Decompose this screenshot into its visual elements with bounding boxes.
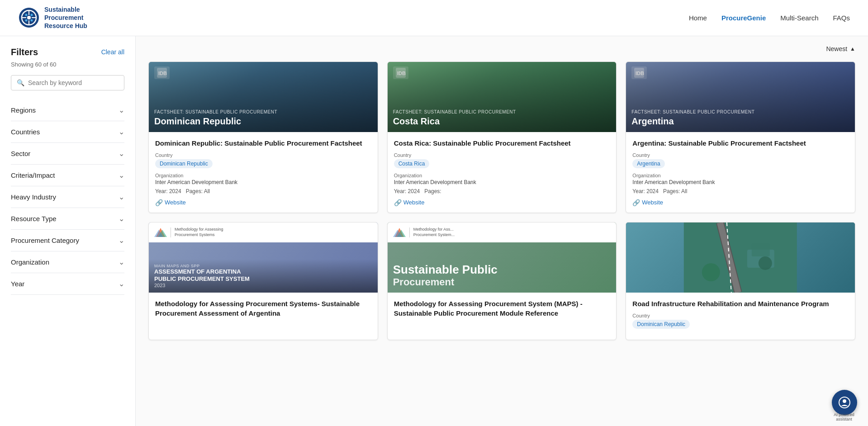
showing-count: Showing 60 of 60 [11, 61, 124, 68]
external-link-icon: 🔗 [155, 199, 163, 206]
card-title: Dominican Republic: Sustainable Public P… [155, 138, 371, 148]
chevron-down-icon: ⌄ [119, 106, 124, 114]
filter-organization[interactable]: Organization ⌄ [11, 251, 124, 273]
chevron-down-icon: ⌄ [119, 149, 124, 158]
sidebar-header: Filters Clear all [11, 47, 124, 57]
card-details: Year: 2024 Pages: All [632, 188, 849, 194]
sidebar: Filters Clear all Showing 60 of 60 🔍 Reg… [0, 36, 136, 426]
card-body: Methodology for Assessing Procurement Sy… [388, 293, 617, 329]
card-image: Methodology for AssessingProcurement Sys… [149, 222, 378, 293]
website-link[interactable]: 🔗 Website [394, 199, 610, 206]
filter-list: Regions ⌄ Countries ⌄ Sector ⌄ Criteria/… [11, 99, 124, 295]
search-input[interactable] [28, 79, 119, 86]
card-maps-module: Methodology for Ass...Procurement System… [387, 222, 617, 340]
logo-text: Sustainable Procurement Resource Hub [44, 5, 87, 30]
filter-criteria-impact[interactable]: Criteria/Impact ⌄ [11, 165, 124, 186]
sort-arrow-icon: ▲ [850, 46, 855, 52]
sort-control[interactable]: Newest ▲ [826, 45, 855, 52]
svg-point-29 [843, 399, 846, 403]
keyword-search-box[interactable]: 🔍 [11, 75, 124, 90]
svg-point-26 [759, 256, 772, 270]
filter-resource-type[interactable]: Resource Type ⌄ [11, 208, 124, 230]
card-org: Inter American Development Bank [155, 179, 371, 185]
card-title: Methodology for Assessing Procurement Sy… [155, 299, 371, 318]
filter-heavy-industry[interactable]: Heavy Industry ⌄ [11, 186, 124, 208]
country-tag[interactable]: Dominican Republic [632, 320, 690, 329]
svg-rect-23 [684, 222, 797, 293]
chevron-down-icon: ⌄ [119, 128, 124, 136]
logo: Sustainable Procurement Resource Hub [18, 5, 87, 30]
svg-point-8 [31, 14, 33, 16]
filter-regions[interactable]: Regions ⌄ [11, 99, 124, 121]
svg-point-2 [27, 16, 31, 19]
filter-sector[interactable]: Sector ⌄ [11, 143, 124, 165]
svg-point-9 [25, 19, 28, 22]
nav-procuregenie[interactable]: ProcureGenie [721, 14, 766, 22]
card-image [626, 222, 855, 293]
cards-grid: IDB FACTSHEET: SUSTAINABLE PUBLIC PROCUR… [148, 62, 855, 340]
svg-point-10 [31, 19, 33, 22]
road-image [626, 222, 855, 293]
filter-procurement-category[interactable]: Procurement Category ⌄ [11, 230, 124, 251]
svg-rect-25 [752, 243, 770, 256]
country-tag[interactable]: Costa Rica [394, 159, 430, 168]
content-header: Newest ▲ [148, 45, 855, 52]
main-container: Filters Clear all Showing 60 of 60 🔍 Reg… [0, 36, 868, 426]
card-image-overlay: FACTSHEET: SUSTAINABLE PUBLIC PROCUREMEN… [388, 62, 617, 132]
clear-all-button[interactable]: Clear all [101, 48, 124, 56]
ai-assistant-icon [838, 396, 851, 409]
chevron-down-icon: ⌄ [119, 236, 124, 245]
content-area: Newest ▲ IDB FACTSHEET: SUSTAINABLE PUBL… [136, 36, 868, 426]
card-image: IDB FACTSHEET: SUSTAINABLE PUBLIC PROCUR… [149, 62, 378, 132]
external-link-icon: 🔗 [632, 199, 640, 206]
chevron-down-icon: ⌄ [119, 171, 124, 180]
website-link[interactable]: 🔗 Website [632, 199, 849, 206]
card-details: Year: 2024 Pages: All [155, 188, 371, 194]
external-link-icon: 🔗 [394, 199, 402, 206]
card-image-overlay: FACTSHEET: SUSTAINABLE PUBLIC PROCUREMEN… [626, 62, 855, 132]
card-road-infrastructure: Road Infrastructure Rehabilitation and M… [626, 222, 855, 340]
card-org: Inter American Development Bank [394, 179, 610, 185]
svg-point-7 [25, 14, 28, 16]
main-nav: Home ProcureGenie Multi-Search FAQs [689, 14, 850, 22]
nav-faqs[interactable]: FAQs [833, 14, 850, 22]
card-title: Costa Rica: Sustainable Public Procureme… [394, 138, 610, 148]
card-title: Road Infrastructure Rehabilitation and M… [632, 299, 849, 308]
card-body: Road Infrastructure Rehabilitation and M… [626, 293, 855, 340]
svg-point-27 [702, 263, 720, 281]
country-tag[interactable]: Argentina [632, 159, 664, 168]
card-body: Argentina: Sustainable Public Procuremen… [626, 132, 855, 213]
card-dominican-republic: IDB FACTSHEET: SUSTAINABLE PUBLIC PROCUR… [148, 62, 378, 213]
card-image: IDB FACTSHEET: SUSTAINABLE PUBLIC PROCUR… [388, 62, 617, 132]
card-title: Argentina: Sustainable Public Procuremen… [632, 138, 849, 148]
maps-logo-icon [393, 226, 406, 239]
nav-multisearch[interactable]: Multi-Search [780, 14, 818, 22]
filters-title: Filters [11, 47, 38, 57]
card-body: Methodology for Assessing Procurement Sy… [149, 293, 378, 329]
filter-year[interactable]: Year ⌄ [11, 273, 124, 295]
maps-logo: Methodology for AssessingProcurement Sys… [149, 222, 378, 242]
maps-logo-icon [154, 226, 167, 239]
filter-countries[interactable]: Countries ⌄ [11, 121, 124, 143]
logo-icon [18, 7, 40, 28]
nav-home[interactable]: Home [689, 14, 707, 22]
website-link[interactable]: 🔗 Website [155, 199, 371, 206]
card-body: Costa Rica: Sustainable Public Procureme… [388, 132, 617, 213]
chevron-down-icon: ⌄ [119, 258, 124, 266]
chevron-down-icon: ⌄ [119, 193, 124, 201]
chevron-down-icon: ⌄ [119, 214, 124, 223]
card-org: Inter American Development Bank [632, 179, 849, 185]
card-image: Methodology for Ass...Procurement System… [388, 222, 617, 293]
chevron-down-icon: ⌄ [119, 279, 124, 288]
country-tag[interactable]: Dominican Republic [155, 159, 213, 168]
card-costa-rica: IDB FACTSHEET: SUSTAINABLE PUBLIC PROCUR… [387, 62, 617, 213]
header: Sustainable Procurement Resource Hub Hom… [0, 0, 868, 36]
card-title: Methodology for Assessing Procurement Sy… [394, 299, 610, 318]
card-argentina: IDB FACTSHEET: SUSTAINABLE PUBLIC PROCUR… [626, 62, 855, 213]
maps-logo: Methodology for Ass...Procurement System… [388, 222, 617, 242]
card-maps-argentina: Methodology for AssessingProcurement Sys… [148, 222, 378, 340]
ai-assistant-label: AI powered assistant [828, 412, 860, 421]
ai-assistant-button[interactable] [832, 390, 857, 415]
card-image: IDB FACTSHEET: SUSTAINABLE PUBLIC PROCUR… [626, 62, 855, 132]
card-details: Year: 2024 Pages: [394, 188, 610, 194]
